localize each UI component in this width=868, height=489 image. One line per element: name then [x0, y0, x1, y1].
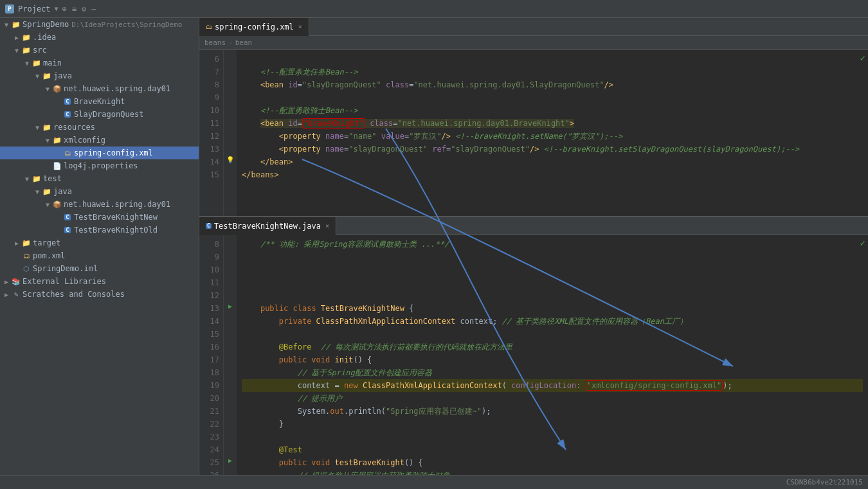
- xml-icon: 🗂: [206, 23, 212, 30]
- xml-code-line-8: <bean id="slayDragonQuest" class="net.hu…: [242, 78, 863, 91]
- sidebar-item-test-brave-old[interactable]: CTestBraveKnightOld: [0, 224, 199, 236]
- sidebar-item-brave-knight[interactable]: CBraveKnight: [0, 95, 199, 108]
- dropdown-arrow[interactable]: ▼: [55, 5, 59, 12]
- top-editor-pane: 🗂 spring-config.xml × beans › bean 67891…: [199, 18, 868, 217]
- java-line-num-14: 14: [203, 315, 219, 328]
- java-code-line-14: private ClassPathXmlApplicationContext c…: [242, 315, 863, 328]
- sidebar-item-java-test[interactable]: ▼📁java: [0, 185, 199, 198]
- sidebar-item-package-main[interactable]: ▼📦net.huawei.spring.day01: [0, 82, 199, 95]
- xml-gutter-10: [224, 102, 237, 114]
- tree-arrow-spring-config: [54, 149, 62, 157]
- java-line-num-20: 20: [203, 392, 219, 405]
- tab-close-spring-config[interactable]: ×: [298, 23, 302, 30]
- sidebar-item-resources[interactable]: ▼📁resources: [0, 121, 199, 134]
- tree-icon-springdemo-iml: ⬡: [22, 264, 31, 273]
- java-code-line-25: public void testBraveKnight() {: [242, 456, 863, 469]
- bottom-editor-pane: C TestBraveKnightNew.java × 891011121314…: [199, 217, 868, 475]
- sidebar-item-pom-xml[interactable]: 🗂pom.xml: [0, 249, 199, 262]
- sidebar-item-springdemo-root[interactable]: ▼📁SpringDemoD:\IdeaProjects\SpringDemo: [0, 18, 199, 31]
- xml-code-line-14: </bean>: [242, 156, 863, 168]
- tree-arrow-main: ▼: [23, 59, 31, 67]
- sidebar-item-src[interactable]: ▼📁src: [0, 44, 199, 57]
- xml-line-num-8: 8: [203, 78, 219, 91]
- tab-spring-config[interactable]: 🗂 spring-config.xml ×: [199, 18, 309, 36]
- tree-label-main: main: [43, 58, 62, 67]
- title-bar-left: P Project ▼ ⊕ ≡ ⚙ —: [5, 4, 96, 13]
- java-line-num-12: 12: [203, 289, 219, 302]
- xml-code-line-15: </beans>: [242, 168, 863, 181]
- xml-gutter-7: [224, 63, 237, 76]
- java-code-line-26: // 根据名称从应用容器中获取勇敢骑士对象: [242, 469, 863, 475]
- tree-arrow-external-libs: ▶: [3, 278, 10, 285]
- tab-label-test-brave-knight: TestBraveKnightNew.java: [214, 222, 321, 231]
- tree-arrow-idea: ▶: [13, 33, 21, 41]
- sidebar-item-spring-config[interactable]: 🗂spring-config.xml: [0, 147, 199, 159]
- main-layout: ▼📁SpringDemoD:\IdeaProjects\SpringDemo▶📁…: [0, 18, 868, 475]
- sidebar-item-idea[interactable]: ▶📁.idea: [0, 31, 199, 44]
- status-bar: CSDNB6b4ve2t221015: [0, 475, 868, 489]
- java-code-line-16: @Before // 每次测试方法执行前都要执行的代码就放在此方法里: [242, 341, 863, 353]
- tab-test-brave-knight[interactable]: C TestBraveKnightNew.java ×: [199, 217, 336, 235]
- xml-line-num-6: 6: [203, 53, 219, 66]
- bottom-code-area[interactable]: /** 功能: 采用Spring容器测试勇敢骑士类 ...**/ public …: [237, 235, 868, 475]
- bottom-line-numbers: 8910111213141516171819202122232425262728…: [199, 235, 224, 475]
- java-gutter-21: [224, 402, 237, 415]
- tree-arrow-log4j: [44, 162, 51, 170]
- java-code-line-8: /** 功能: 采用Spring容器测试勇敢骑士类 ...**/: [242, 238, 863, 251]
- java-gutter-15: [224, 325, 237, 338]
- collapse-icon[interactable]: ≡: [72, 4, 77, 13]
- java-gutter-20: [224, 389, 237, 402]
- sidebar-item-test-brave-new[interactable]: CTestBraveKnightNew: [0, 211, 199, 224]
- sidebar-item-log4j[interactable]: 📄log4j.properties: [0, 159, 199, 172]
- sidebar-item-java-main[interactable]: ▼📁java: [0, 69, 199, 82]
- java-line-num-17: 17: [203, 353, 219, 366]
- tree-icon-springdemo-root: 📁: [12, 20, 21, 29]
- java-code-line-13: public class TestBraveKnightNew {: [242, 302, 863, 315]
- java-code-line-12: [242, 289, 863, 302]
- xml-code-line-7: <!--配置杀龙任务Bean-->: [242, 66, 863, 78]
- tree-arrow-java-main: ▼: [33, 72, 41, 80]
- add-icon[interactable]: ⊕: [62, 4, 67, 13]
- java-code-line-9: [242, 251, 863, 263]
- tree-arrow-pom-xml: [13, 252, 21, 260]
- sidebar-item-test[interactable]: ▼📁test: [0, 172, 199, 185]
- sidebar-item-xmlconfig[interactable]: ▼📁xmlconfig: [0, 134, 199, 147]
- tree-label-spring-config: spring-config.xml: [74, 148, 153, 157]
- top-code-area[interactable]: <!--配置杀龙任务Bean--> <bean id="slayDragonQu…: [237, 50, 868, 216]
- top-tab-bar: 🗂 spring-config.xml ×: [199, 18, 868, 36]
- breadcrumb-bean: bean: [235, 39, 253, 47]
- tree-label-springdemo-iml: SpringDemo.iml: [33, 264, 98, 273]
- tree-icon-idea: 📁: [22, 33, 31, 42]
- java-gutter-19: [224, 377, 237, 389]
- sidebar-item-slay-dragon[interactable]: CSlayDragonQuest: [0, 108, 199, 121]
- tree-label-slay-dragon: SlayDragonQuest: [74, 110, 143, 119]
- java-code-line-20: // 提示用户: [242, 392, 863, 405]
- java-line-num-23: 23: [203, 431, 219, 443]
- title-icons: ⊕ ≡ ⚙ —: [62, 4, 96, 13]
- tree-arrow-brave-knight: [54, 98, 62, 105]
- sidebar-item-target[interactable]: ▶📁target: [0, 236, 199, 249]
- sidebar-item-scratches[interactable]: ▶✎Scratches and Consoles: [0, 288, 199, 301]
- java-line-num-24: 24: [203, 443, 219, 456]
- xml-gutter-15: [224, 166, 237, 179]
- tree-label-external-libs: External Libraries: [23, 277, 106, 286]
- sidebar-item-springdemo-iml[interactable]: ⬡SpringDemo.iml: [0, 262, 199, 275]
- java-line-num-16: 16: [203, 341, 219, 353]
- sidebar-item-main[interactable]: ▼📁main: [0, 57, 199, 69]
- xml-line-num-10: 10: [203, 104, 219, 117]
- bottom-editor-content: 8910111213141516171819202122232425262728…: [199, 235, 868, 475]
- xml-code-line-12: <property name="name" value="罗宾汉"/> <!--…: [242, 130, 863, 143]
- tree-icon-brave-knight: C: [63, 97, 72, 106]
- tree-label-src: src: [33, 46, 47, 55]
- settings-icon[interactable]: ⚙: [82, 4, 86, 13]
- sidebar-item-package-test[interactable]: ▼📦net.huawei.spring.day01: [0, 198, 199, 211]
- minimize-icon[interactable]: —: [91, 4, 96, 13]
- tab-close-test-brave[interactable]: ×: [325, 222, 329, 229]
- tree-icon-test-brave-new: C: [63, 213, 72, 222]
- java-line-num-8: 8: [203, 238, 219, 251]
- tree-path-springdemo-root: D:\IdeaProjects\SpringDemo: [71, 21, 182, 29]
- tree-arrow-slay-dragon: [54, 111, 62, 118]
- xml-code-line-6: [242, 53, 863, 66]
- java-gutter-13: ▶: [224, 299, 237, 312]
- sidebar-item-external-libs[interactable]: ▶📚External Libraries: [0, 275, 199, 288]
